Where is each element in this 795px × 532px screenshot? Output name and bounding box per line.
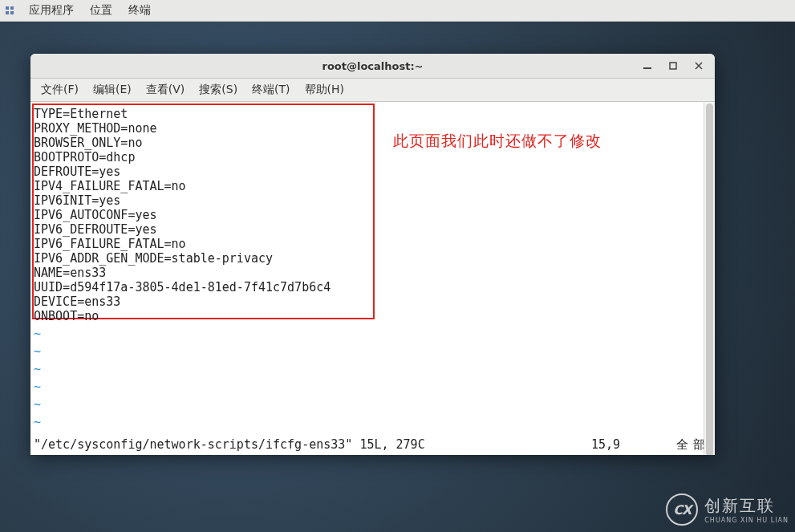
desktop-menu-terminal[interactable]: 终端	[120, 0, 159, 21]
desktop-menubar: 应用程序 位置 终端	[0, 0, 795, 22]
svg-rect-1	[670, 63, 676, 69]
watermark-logo: CX 创新互联 CHUANG XIN HU LIAN	[666, 493, 789, 526]
terminal-scrollbar[interactable]	[704, 102, 715, 455]
terminal-window: root@localhost:~ 文件(F) 编辑(E) 查看(V) 搜索(S)…	[30, 54, 715, 455]
desktop-menu-applications[interactable]: 应用程序	[21, 0, 82, 21]
scrollbar-thumb[interactable]	[706, 104, 713, 455]
menu-search[interactable]: 搜索(S)	[192, 79, 245, 100]
window-titlebar[interactable]: root@localhost:~	[30, 54, 715, 79]
activities-icon	[3, 4, 16, 17]
desktop-background: root@localhost:~ 文件(F) 编辑(E) 查看(V) 搜索(S)…	[0, 22, 795, 532]
watermark-text-cn: 创新互联	[704, 495, 789, 517]
file-text: TYPE=Ethernet PROXY_METHOD=none BROWSER_…	[34, 107, 331, 323]
status-cursor-pos: 15,9	[591, 437, 620, 452]
maximize-button[interactable]	[660, 55, 686, 77]
menu-terminal[interactable]: 终端(T)	[245, 79, 297, 100]
status-file: "/etc/sysconfig/network-scripts/ifcfg-en…	[34, 437, 425, 452]
menu-edit[interactable]: 编辑(E)	[86, 79, 139, 100]
menu-view[interactable]: 查看(V)	[139, 79, 193, 100]
vim-tildes: ~ ~ ~ ~ ~ ~	[34, 325, 41, 431]
desktop-menu-places[interactable]: 位置	[82, 0, 120, 21]
menu-help[interactable]: 帮助(H)	[298, 79, 351, 100]
vim-status-line: "/etc/sysconfig/network-scripts/ifcfg-en…	[34, 437, 712, 452]
close-button[interactable]	[686, 55, 712, 77]
watermark-icon: CX	[666, 493, 698, 526]
minimize-button[interactable]	[635, 55, 660, 77]
terminal-menubar: 文件(F) 编辑(E) 查看(V) 搜索(S) 终端(T) 帮助(H)	[30, 79, 715, 102]
watermark-text-en: CHUANG XIN HU LIAN	[704, 517, 789, 524]
window-controls	[635, 54, 712, 78]
svg-rect-0	[643, 67, 651, 69]
menu-file[interactable]: 文件(F)	[34, 79, 86, 100]
annotation-text: 此页面我们此时还做不了修改	[393, 134, 602, 148]
window-title: root@localhost:~	[322, 60, 423, 72]
terminal-content[interactable]: TYPE=Ethernet PROXY_METHOD=none BROWSER_…	[30, 102, 715, 455]
